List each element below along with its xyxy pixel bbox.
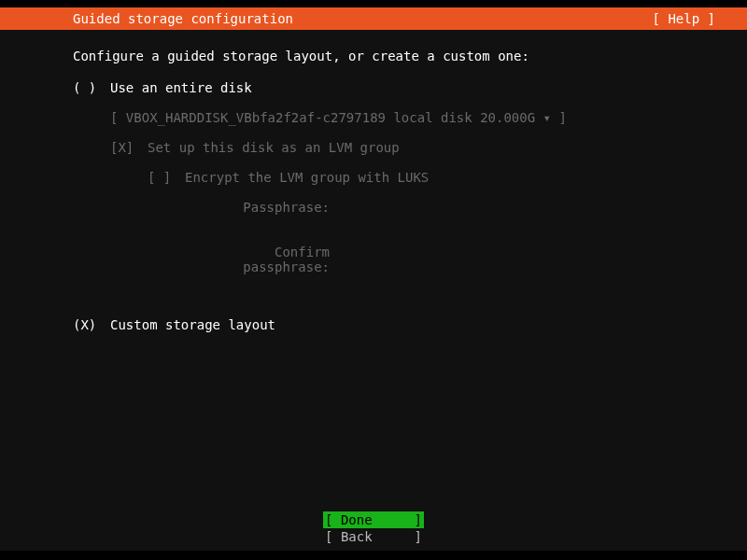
back-label: Back: [341, 529, 373, 544]
label-encrypt: Encrypt the LVM group with LUKS: [185, 170, 429, 185]
confirm-passphrase-row: Confirm passphrase:: [0, 245, 747, 274]
option-custom-layout[interactable]: (X) Custom storage layout: [0, 317, 747, 332]
intro-text: Configure a guided storage layout, or cr…: [0, 30, 747, 63]
option-entire-disk[interactable]: ( ) Use an entire disk: [0, 80, 747, 95]
radio-entire-disk[interactable]: ( ): [73, 80, 110, 95]
option-encrypt[interactable]: [ ] Encrypt the LVM group with LUKS: [0, 170, 747, 185]
passphrase-label: Passphrase:: [185, 200, 330, 215]
checkbox-lvm[interactable]: [X]: [110, 140, 148, 155]
bracket-icon: ]: [415, 528, 422, 545]
disk-dropdown[interactable]: [ VBOX_HARDDISK_VBbfa2f2af-c2797189 loca…: [110, 110, 567, 125]
bracket-icon: [: [325, 528, 332, 545]
disk-selector[interactable]: [ VBOX_HARDDISK_VBbfa2f2af-c2797189 loca…: [0, 110, 747, 125]
done-label: Done: [341, 512, 373, 527]
back-button[interactable]: [ Back ]: [323, 528, 424, 545]
bracket-icon: [: [325, 511, 332, 528]
passphrase-row: Passphrase:: [0, 200, 747, 215]
label-custom: Custom storage layout: [110, 317, 275, 332]
content-area: Configure a guided storage layout, or cr…: [0, 30, 747, 551]
header-bar: Guided storage configuration [ Help ]: [0, 7, 747, 30]
done-button[interactable]: [ Done ]: [323, 511, 424, 528]
radio-custom[interactable]: (X): [73, 317, 110, 332]
button-bar: [ Done ] [ Back ]: [0, 511, 747, 545]
page-title: Guided storage configuration: [0, 11, 293, 26]
bracket-icon: ]: [415, 511, 422, 528]
confirm-passphrase-label: Confirm passphrase:: [185, 245, 330, 274]
checkbox-encrypt[interactable]: [ ]: [148, 170, 185, 185]
label-lvm: Set up this disk as an LVM group: [148, 140, 400, 155]
option-lvm[interactable]: [X] Set up this disk as an LVM group: [0, 140, 747, 155]
label-entire-disk: Use an entire disk: [110, 80, 252, 95]
help-button[interactable]: [ Help ]: [653, 11, 747, 26]
